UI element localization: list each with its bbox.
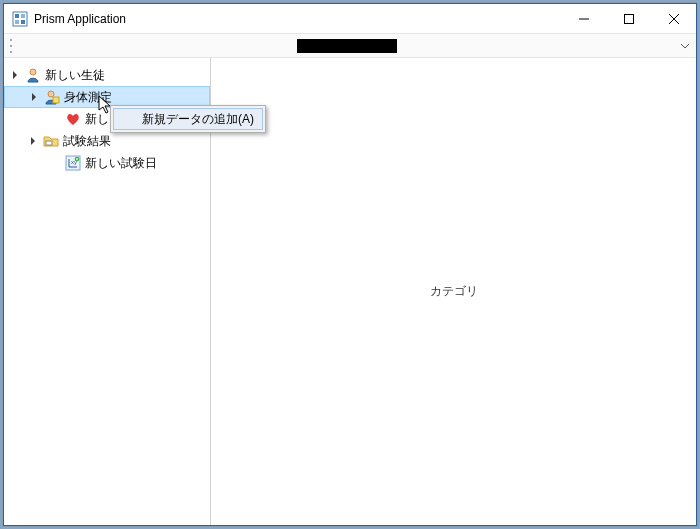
context-menu: 新規データの追加(A) <box>110 105 266 133</box>
close-button[interactable] <box>651 4 696 33</box>
svg-rect-9 <box>46 141 52 145</box>
toolbar <box>4 34 696 58</box>
xy-axis-icon: xy <box>65 155 81 171</box>
tree-node-exam-day[interactable]: xy 新しい試験日 <box>4 152 210 174</box>
maximize-button[interactable] <box>606 4 651 33</box>
tree-label: 身体測定 <box>64 89 112 106</box>
ctx-add-new-data[interactable]: 新規データの追加(A) <box>113 108 263 130</box>
svg-rect-5 <box>624 14 633 23</box>
app-window: Prism Application <box>0 0 700 529</box>
tree-label: 試験結果 <box>63 133 111 150</box>
folder-icon <box>43 133 59 149</box>
expander-icon[interactable] <box>29 90 43 104</box>
window-chrome: Prism Application <box>3 3 697 526</box>
expander-icon[interactable] <box>28 134 42 148</box>
svg-point-6 <box>30 69 36 75</box>
svg-point-7 <box>48 91 54 97</box>
tree-node-exam[interactable]: 試験結果 <box>4 130 210 174</box>
tree-label: 新しい生徒 <box>45 67 105 84</box>
toolbar-redacted-block <box>297 39 397 53</box>
tree-label: 新しい試験日 <box>85 155 157 172</box>
expander-icon[interactable] <box>10 68 24 82</box>
expander-placeholder <box>50 112 64 126</box>
app-icon <box>12 11 28 27</box>
window-title: Prism Application <box>34 12 561 26</box>
client-area: 新しい生徒 <box>4 58 696 525</box>
minimize-button[interactable] <box>561 4 606 33</box>
person-icon <box>25 67 41 83</box>
toolbar-overflow-button[interactable] <box>680 41 690 51</box>
svg-rect-1 <box>15 14 19 18</box>
svg-rect-8 <box>53 97 59 103</box>
expander-placeholder <box>50 156 64 170</box>
tree-label: 新し <box>85 111 109 128</box>
category-placeholder: カテゴリ <box>430 283 478 300</box>
svg-rect-3 <box>15 20 19 24</box>
work-area: カテゴリ <box>211 58 696 525</box>
window-controls <box>561 4 696 33</box>
svg-rect-2 <box>21 14 25 18</box>
ctx-item-label: 新規データの追加(A) <box>142 111 254 128</box>
heart-icon <box>65 111 81 127</box>
svg-rect-4 <box>21 20 25 24</box>
titlebar: Prism Application <box>4 4 696 34</box>
person-badge-icon <box>44 89 60 105</box>
